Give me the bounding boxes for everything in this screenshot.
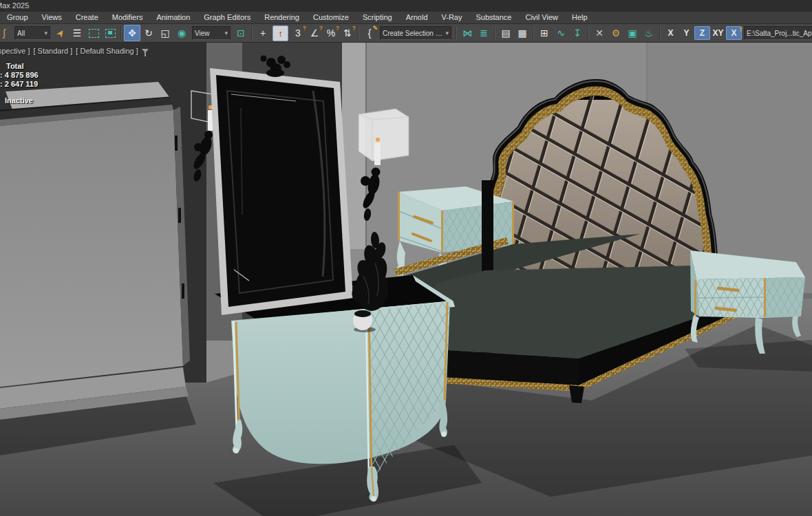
align-icon: ≣: [480, 28, 488, 39]
wardrobe-object[interactable]: [0, 82, 190, 420]
axis-constraint-x-button[interactable]: X: [663, 26, 679, 40]
menu-group[interactable]: Group: [0, 12, 35, 23]
layer-explorer-button[interactable]: ▦: [514, 25, 531, 41]
menu-rendering[interactable]: Rendering: [257, 12, 306, 23]
per-view-filter-icon[interactable]: [142, 49, 149, 56]
select-and-move-button[interactable]: ✥: [124, 25, 140, 41]
reference-coordinate-system-dropdown-caret-icon[interactable]: ▾: [224, 30, 228, 36]
render-production-button[interactable]: ♨: [641, 25, 657, 41]
menu-v-ray[interactable]: V-Ray: [435, 12, 469, 23]
render-setup-icon: ⚙: [612, 28, 621, 39]
named-selection-sets-dropdown[interactable]: Create Selection Se▾: [380, 26, 451, 40]
menu-customize[interactable]: Customize: [306, 12, 356, 23]
snaps-toggle-button[interactable]: ↑: [273, 25, 288, 41]
menu-arnold[interactable]: Arnold: [399, 12, 435, 23]
toolbar-separator: [358, 26, 359, 40]
ribbon-toggle-button[interactable]: ⊞: [536, 25, 553, 41]
snaps-axis-constraint-button[interactable]: X?: [726, 26, 742, 40]
selection-filter-dropdown-caret-icon[interactable]: ▾: [44, 30, 47, 36]
snaps-toggle-icon: ↑: [278, 28, 283, 39]
rendered-frame-window-icon: ▣: [628, 28, 637, 39]
rect-selection-region-button[interactable]: [85, 25, 102, 41]
toolbar-separator: [456, 26, 457, 40]
axis-constraint-y-button[interactable]: Y: [679, 26, 694, 40]
toolbar-separator: [659, 26, 661, 40]
rect-selection-region-button-icon: [89, 29, 99, 38]
render-setup-button[interactable]: ⚙: [608, 25, 624, 41]
select-and-manipulate-button[interactable]: +: [255, 25, 271, 41]
select-by-name-button[interactable]: ☰: [69, 25, 85, 41]
toolbar-separator: [494, 26, 495, 40]
viewport-shading-label[interactable]: [ Default Shading ]: [76, 47, 138, 55]
stats-verts-value: : 2 647 119: [0, 80, 39, 89]
curve-editor-icon: ∿: [557, 28, 565, 39]
curve-editor-button[interactable]: ∿: [553, 25, 569, 41]
select-object-icon: ➤: [54, 27, 67, 40]
main-toolbar: ʃAll▾➤☰✥↻◱◉View▾⊡+↑3?∠?%?⇅?{✎Create Sele…: [0, 24, 812, 43]
dope-sheet-button[interactable]: ↧: [569, 25, 586, 41]
toolbar-separator: [251, 26, 253, 40]
viewport-renderer-label[interactable]: [ Standard ]: [33, 47, 72, 55]
statistics-overlay: Total : 4 875 896 : 2 647 119 Inactive: [0, 62, 39, 105]
reference-coordinate-system-dropdown[interactable]: View▾: [192, 26, 231, 40]
select-and-manipulate-icon: +: [260, 28, 266, 39]
material-editor-button[interactable]: ✕: [591, 25, 608, 41]
scene-explorer-button[interactable]: ▤: [498, 25, 514, 41]
select-by-name-icon: ☰: [73, 28, 82, 39]
perspective-viewport[interactable]: spective ] [ Standard ] [ Default Shadin…: [0, 43, 812, 516]
stats-state-label: Inactive: [0, 96, 39, 105]
angle-snap-icon: ∠: [310, 28, 319, 39]
viewport-pov-label[interactable]: spective ]: [0, 47, 30, 55]
edit-named-selection-sets-button[interactable]: {✎: [361, 25, 378, 41]
scene-3d: [0, 43, 812, 516]
percent-snap-button[interactable]: %?: [323, 25, 339, 41]
mirror-icon: ⋈: [462, 28, 472, 39]
menu-create[interactable]: Create: [69, 12, 105, 23]
viewport-label[interactable]: spective ] [ Standard ] [ Default Shadin…: [0, 45, 149, 56]
window-title: Max 2025: [0, 0, 29, 12]
menu-bar: GroupViewsCreateModifiersAnimationGraph …: [0, 12, 812, 24]
selection-filter-dropdown[interactable]: All▾: [14, 26, 50, 40]
menu-substance[interactable]: Substance: [469, 12, 518, 23]
snap-3d-icon: 3: [295, 28, 301, 39]
select-and-place-icon: ◉: [178, 28, 186, 39]
percent-snap-icon: %: [327, 28, 335, 39]
menu-views[interactable]: Views: [35, 12, 69, 23]
render-production-icon: ♨: [645, 28, 654, 39]
ribbon-toggle-icon: ⊞: [540, 28, 548, 39]
use-pivot-point-center-icon: ⊡: [237, 28, 245, 39]
toolbar-separator: [533, 26, 534, 40]
stats-polys-value: : 4 875 896: [0, 71, 39, 80]
select-and-rotate-icon: ↻: [145, 28, 153, 39]
layer-explorer-icon: ▦: [517, 28, 526, 39]
spinner-snap-button[interactable]: ⇅?: [339, 25, 356, 41]
angle-snap-button[interactable]: ∠?: [306, 25, 323, 41]
window-crossing-button[interactable]: [102, 25, 118, 41]
menu-graph-editors[interactable]: Graph Editors: [197, 12, 257, 23]
menu-animation[interactable]: Animation: [149, 12, 197, 23]
axis-constraint-xy-button[interactable]: XY: [710, 26, 726, 40]
axis-constraint-z-button[interactable]: Z: [694, 26, 710, 40]
toolbar-separator: [588, 26, 589, 40]
menu-modifiers[interactable]: Modifiers: [105, 12, 150, 23]
edit-named-selection-sets-icon: {: [368, 28, 372, 39]
use-pivot-point-center-button[interactable]: ⊡: [233, 25, 249, 41]
mirror-object[interactable]: [210, 56, 353, 316]
select-and-scale-button[interactable]: ◱: [157, 25, 173, 41]
project-folder-dropdown[interactable]: E:\Salta_Proj...tic_Apartment▾: [744, 26, 812, 40]
bind-to-space-warp-icon: ʃ: [3, 28, 5, 39]
rendered-frame-window-button[interactable]: ▣: [624, 25, 641, 41]
menu-scripting[interactable]: Scripting: [356, 12, 399, 23]
mirror-button[interactable]: ⋈: [459, 25, 476, 41]
bind-to-space-warp-button[interactable]: ʃ: [0, 25, 12, 41]
select-and-rotate-button[interactable]: ↻: [140, 25, 157, 41]
spinner-snap-icon: ⇅: [343, 28, 352, 39]
menu-help[interactable]: Help: [565, 12, 595, 23]
select-object-button[interactable]: ➤: [52, 25, 69, 41]
select-and-place-button[interactable]: ◉: [173, 25, 190, 41]
align-button[interactable]: ≣: [476, 25, 492, 41]
menu-civil-view[interactable]: Civil View: [518, 12, 564, 23]
named-selection-sets-dropdown-caret-icon[interactable]: ▾: [445, 30, 449, 36]
snap-3d-button[interactable]: 3?: [290, 25, 306, 41]
window-crossing-button-icon: [105, 29, 116, 38]
